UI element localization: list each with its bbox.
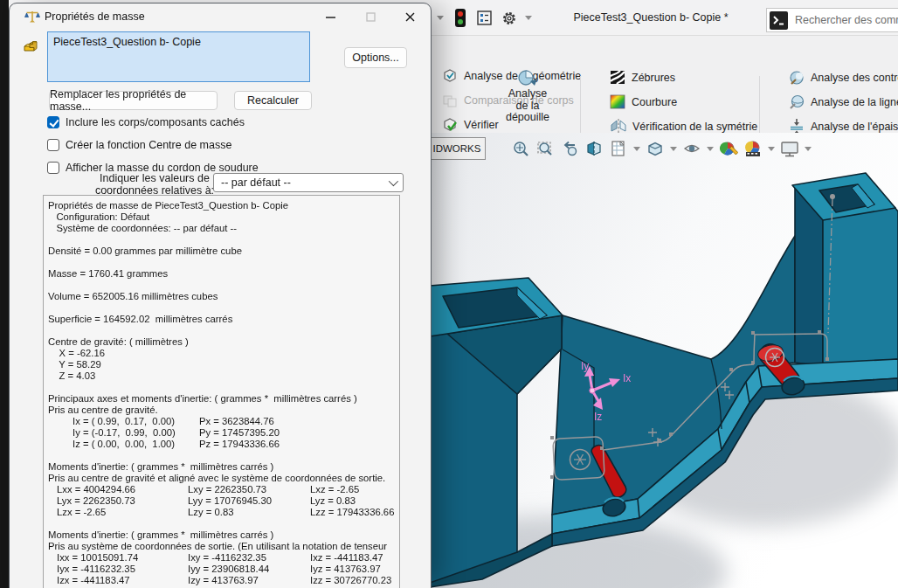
hide-show-icon[interactable] (681, 138, 702, 159)
report-line (48, 325, 399, 336)
report-line: Configuration: Défaut (48, 211, 399, 223)
tab-label: IDWORKS (433, 143, 481, 154)
document-title: PieceTest3_Question b- Copie * (542, 11, 760, 24)
dropdown-caret-icon[interactable] (633, 147, 640, 151)
dropdown-caret-icon[interactable] (768, 147, 775, 151)
report-line: Propriétés de masse de PieceTest3_Questi… (48, 200, 399, 211)
heads-up-toolbar (510, 138, 812, 159)
geometry-analysis-button[interactable]: Analyse de la géométrie (441, 67, 581, 85)
report-line (48, 234, 399, 246)
zebra-stripes-icon (610, 69, 626, 86)
view-settings-icon[interactable] (779, 138, 800, 159)
scope-selection-field[interactable]: PieceTest3_Question b- Copie (47, 31, 310, 82)
report-line: Iz = ( 0.00, 0.00, 1.00)Pz = 17943336.66 (48, 439, 399, 450)
dropdown-caret-icon[interactable] (805, 147, 812, 151)
edit-appearance-icon[interactable] (718, 138, 739, 159)
triad-label-ix: Ix (623, 372, 631, 384)
ribbon-label[interactable]: dépouille (486, 112, 570, 124)
report-line: Ixx = 10015091.74Ixy = -4116232.35Ixz = … (48, 552, 399, 564)
selected-part-name: PieceTest3_Question b- Copie (53, 36, 201, 48)
report-line: Ix = ( 0.99, 0.17, 0.00)Px = 3623844.76 (48, 416, 399, 427)
chevron-down-icon (389, 176, 398, 186)
list-options-icon[interactable] (477, 10, 492, 29)
mass-properties-report[interactable]: Propriétés de masse de PieceTest3_Questi… (43, 195, 400, 588)
report-line: Système de coordonnées: -- par défaut -- (48, 223, 399, 234)
dropdown-caret-icon[interactable] (525, 16, 532, 20)
display-style-icon[interactable] (645, 138, 666, 159)
dialog-title: Propriétés de masse (45, 10, 145, 23)
report-line: Masse = 1760.41 grammes (48, 268, 399, 280)
previous-view-icon[interactable] (559, 138, 580, 159)
traffic-light-icon[interactable] (455, 9, 466, 27)
mass-properties-icon (24, 9, 40, 24)
report-line: Moments d'inertie: ( grammes * millimètr… (48, 461, 399, 473)
verify-icon (441, 116, 459, 134)
report-line: Lxx = 4004294.66Lxy = 2262350.73Lxz = -2… (48, 484, 399, 495)
report-line (48, 382, 399, 393)
parting-line-analysis-button[interactable]: Analyse de la ligne d (788, 93, 898, 111)
close-button[interactable] (397, 8, 423, 25)
report-line: Z = 4.03 (48, 370, 399, 382)
report-line (48, 280, 399, 291)
ribbon-label: Analyse de la ligne d (811, 96, 898, 108)
checkbox-box[interactable] (47, 139, 59, 151)
zebra-stripes-button[interactable]: Zébrures (610, 69, 675, 86)
ribbon-label[interactable]: de la (486, 100, 570, 113)
part-icon (22, 38, 39, 54)
checkbox-0[interactable]: Inclure les corps/composants cachés (47, 116, 245, 128)
search-commands-box[interactable]: Rechercher des comma (766, 8, 898, 32)
part-3d-view[interactable]: Iy Ix Iz (430, 162, 898, 588)
maximize-button[interactable] (357, 8, 383, 25)
dialog-title-bar[interactable]: Propriétés de masse (10, 3, 431, 30)
ribbon-label: Analyse de l'épaisseu (811, 121, 898, 133)
zoom-area-icon[interactable] (535, 138, 556, 159)
report-line: Volume = 652005.16 millimètres cubes (48, 291, 399, 302)
report-line (48, 518, 399, 529)
dropdown-caret-icon[interactable] (437, 16, 444, 20)
dropdown-caret-icon[interactable] (707, 147, 714, 151)
dropdown-value: -- par défaut -- (221, 176, 291, 189)
background-window-edge (0, 0, 9, 588)
ribbon-label[interactable]: Analyse (486, 88, 570, 100)
triad-label-iy: Iy (581, 360, 589, 372)
report-line: Moments d'inertie: ( grammes * millimètr… (48, 529, 399, 541)
parting-line-icon (788, 93, 805, 111)
body-compare-icon (441, 92, 459, 109)
view-orientation-icon[interactable] (608, 138, 629, 159)
geometry-analysis-icon (441, 67, 459, 85)
search-terminal-icon (770, 11, 788, 30)
ribbon-label: Zébrures (632, 72, 675, 84)
override-mass-properties-button[interactable]: Remplacer les propriétés de masse... (49, 91, 218, 110)
report-line: Superficie = 164592.02 millimètres carré… (48, 314, 399, 325)
tab-solidworks-addins[interactable]: IDWORKS (428, 137, 486, 160)
report-line: Centre de gravité: ( millimètres ) (48, 336, 399, 348)
undercut-analysis-button[interactable]: Analyse des contre-d (788, 69, 898, 86)
checkbox-label: Créer la fonction Centre de masse (66, 139, 231, 151)
gear-icon[interactable] (501, 10, 517, 30)
curvature-icon (610, 93, 626, 110)
options-button[interactable]: Options... (344, 47, 407, 68)
ribbon-label: Vérification de la symétrie (632, 121, 757, 133)
search-input[interactable]: Rechercher des comma (795, 14, 898, 26)
zoom-fit-icon[interactable] (510, 138, 531, 159)
part-body[interactable] (430, 173, 898, 587)
report-line: Lyx = 2262350.73Lyy = 17076945.30Lyz = 0… (48, 495, 399, 507)
report-line: Pris au centre de gravité et aligné avec… (48, 473, 399, 484)
recalculate-button[interactable]: Recalculer (234, 91, 312, 110)
mass-properties-dialog: Propriétés de masse PieceTest3_Question … (9, 3, 432, 588)
report-line: Y = 58.29 (48, 359, 399, 370)
dropdown-caret-icon[interactable] (670, 147, 677, 151)
coordinate-system-dropdown[interactable]: -- par défaut -- (213, 173, 404, 192)
checkbox-1[interactable]: Créer la fonction Centre de masse (47, 139, 231, 151)
draft-analysis-icon (516, 67, 539, 88)
report-line: Pris au système de coordonnées de sortie… (48, 541, 399, 552)
apply-scene-icon[interactable] (743, 138, 763, 159)
checkbox-box[interactable] (47, 162, 59, 174)
section-view-icon[interactable] (584, 138, 604, 159)
triad-label-iz: Iz (594, 411, 602, 423)
undercut-analysis-icon (788, 69, 805, 86)
curvature-button[interactable]: Courbure (610, 93, 677, 110)
coordinate-values-label: Indiquer les valeurs de coordonnées rela… (93, 173, 216, 197)
minimize-button[interactable] (317, 8, 343, 25)
checkbox-box[interactable] (47, 116, 59, 128)
